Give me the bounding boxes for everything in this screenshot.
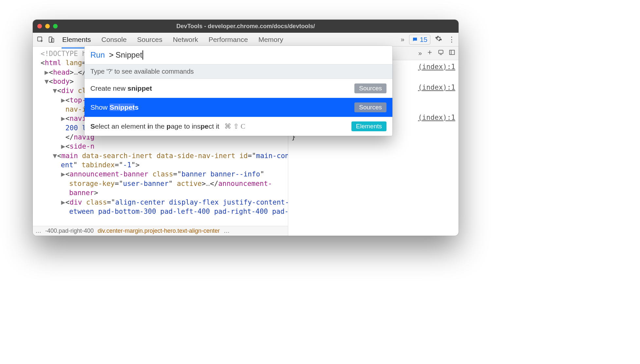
- command-query-text[interactable]: Snippet: [116, 50, 143, 60]
- window-title: DevTools - developer.chrome.com/docs/dev…: [33, 23, 459, 30]
- breadcrumb-trunc-left: …: [35, 228, 41, 234]
- devtools-tabs-bar: ElementsConsoleSourcesNetworkPerformance…: [33, 33, 459, 46]
- command-row[interactable]: Create new snippetSources: [85, 79, 392, 98]
- tab-performance[interactable]: Performance: [208, 34, 249, 46]
- kebab-menu-icon[interactable]: ⋮: [447, 35, 457, 44]
- tab-network[interactable]: Network: [172, 34, 199, 46]
- command-gt: >: [107, 50, 114, 60]
- breadcrumb[interactable]: … -400.pad-right-400 div.center-margin.p…: [33, 226, 288, 236]
- breadcrumb-item[interactable]: -400.pad-right-400: [45, 228, 94, 234]
- svg-rect-3: [439, 50, 443, 53]
- settings-icon[interactable]: [435, 35, 442, 44]
- issues-count: 15: [420, 36, 427, 44]
- command-row[interactable]: Show SnippetsSources: [85, 98, 392, 117]
- computed-panel-icon[interactable]: [449, 49, 455, 57]
- more-tabs-icon[interactable]: »: [401, 36, 405, 43]
- tab-console[interactable]: Console: [101, 34, 127, 46]
- new-style-rule-icon[interactable]: [426, 49, 433, 57]
- command-badge: Sources: [354, 102, 386, 112]
- command-rows: Create new snippetSourcesShow SnippetsSo…: [85, 79, 392, 136]
- panel-tabs: ElementsConsoleSourcesNetworkPerformance…: [62, 34, 284, 46]
- tab-memory[interactable]: Memory: [258, 34, 284, 46]
- command-hint: Type '?' to see available commands: [85, 64, 392, 79]
- command-badge: Elements: [351, 121, 386, 131]
- device-toolbar-icon[interactable]: [46, 34, 57, 45]
- command-menu-input-row: Run >Snippet: [85, 46, 392, 64]
- dom-line[interactable]: ▶<announcement-banner class="banner bann…: [36, 170, 288, 197]
- inspect-element-icon[interactable]: [35, 34, 46, 45]
- dom-line[interactable]: ▶<div class="align-center display-flex j…: [36, 198, 288, 216]
- issues-counter[interactable]: 15: [409, 35, 430, 45]
- toggle-classes-icon[interactable]: [438, 49, 444, 57]
- titlebar: DevTools - developer.chrome.com/docs/dev…: [33, 20, 459, 33]
- svg-rect-4: [450, 50, 455, 54]
- dom-line[interactable]: ▶<side-n: [36, 142, 288, 151]
- dom-line[interactable]: ▼<main data-search-inert data-side-nav-i…: [36, 151, 288, 170]
- command-badge: Sources: [354, 83, 386, 93]
- styles-more-tabs-icon[interactable]: »: [418, 49, 422, 57]
- tab-elements[interactable]: Elements: [62, 34, 92, 46]
- tab-sources[interactable]: Sources: [137, 34, 163, 46]
- command-prefix: Run: [90, 50, 105, 60]
- breadcrumb-trunc-right: …: [224, 228, 230, 234]
- command-row[interactable]: Select an element in the page to inspect…: [85, 117, 392, 136]
- command-menu: Run >Snippet Type '?' to see available c…: [85, 46, 392, 136]
- breadcrumb-item-selected[interactable]: div.center-margin.project-hero.text-alig…: [98, 228, 220, 234]
